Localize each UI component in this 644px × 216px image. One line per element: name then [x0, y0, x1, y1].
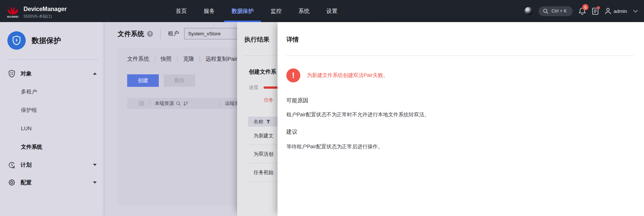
column-local-resource[interactable]: 本端资源: [150, 100, 220, 107]
tab-separator: [177, 56, 178, 62]
app-title: DeviceManager: [24, 6, 67, 13]
nav-system[interactable]: 系统: [298, 0, 310, 22]
sidebar: 数据保护 对象: [0, 22, 105, 216]
tab-remote-replication-pair[interactable]: 远程复制Pair: [205, 56, 237, 63]
device-manager-screen: HUAWEI DeviceManager 5500V6-本端(1) 首页 服务 …: [0, 0, 644, 216]
gear-icon: [8, 179, 15, 186]
sidebar-title: 数据保护: [32, 36, 61, 46]
tab-separator: [155, 56, 155, 62]
cause-title: 可能原因: [286, 97, 634, 104]
shield-grid-icon: [8, 70, 15, 78]
user-icon: [605, 7, 611, 15]
sidebar-section-plan[interactable]: 计划: [0, 156, 105, 174]
notification-badge: 6: [582, 4, 588, 10]
delete-button[interactable]: 删除: [164, 74, 195, 87]
theme-sphere-icon[interactable]: [525, 7, 533, 15]
tab-separator: [200, 56, 200, 62]
sidebar-item-protection-group[interactable]: 保护组: [0, 101, 105, 119]
sidebar-item-filesystem[interactable]: 文件系统: [0, 138, 105, 156]
shield-bolt-icon: [7, 31, 26, 50]
search-shortcut: Ctrl + K: [551, 8, 567, 14]
nav-home[interactable]: 首页: [176, 0, 187, 22]
help-icon[interactable]: ?: [147, 31, 153, 37]
tab-snapshot[interactable]: 快照: [161, 56, 172, 63]
clock-plan-icon: [8, 161, 15, 169]
expand-arrow-icon: [93, 181, 97, 184]
global-search[interactable]: Ctrl + K: [539, 6, 573, 16]
checkbox[interactable]: [139, 101, 144, 106]
nav-monitor[interactable]: 监控: [271, 0, 282, 22]
nav-services[interactable]: 服务: [204, 0, 215, 22]
task-log-button[interactable]: [592, 7, 599, 15]
create-button[interactable]: 创建: [127, 74, 159, 87]
cause-text: 租户Pair配置状态不为正常时不允许进行本地文件系统转双活。: [286, 111, 634, 118]
notifications-button[interactable]: 6: [579, 7, 586, 15]
top-bar: HUAWEI DeviceManager 5500V6-本端(1) 首页 服务 …: [0, 0, 644, 22]
sidebar-section-label: 配置: [21, 179, 88, 186]
collapse-arrow-icon: [93, 72, 97, 75]
drawer-divider: [286, 56, 634, 56]
filter-icon[interactable]: [266, 120, 271, 124]
suggestion-text: 等待租户Pair配置状态为正常后进行操作。: [286, 144, 634, 150]
suggestion-title: 建议: [286, 128, 634, 135]
sidebar-section-label: 计划: [21, 162, 88, 169]
column-label: 本端资源: [155, 100, 174, 107]
tab-filesystem[interactable]: 文件系统: [127, 56, 149, 63]
detail-drawer: 详情 ! 为新建文件系统创建双活Pair失败。 可能原因 租户Pair配置状态不…: [278, 22, 644, 216]
error-exclamation-icon: !: [286, 68, 300, 82]
sidebar-item-lun[interactable]: LUN: [0, 119, 105, 138]
chevron-down-icon[interactable]: [633, 10, 638, 13]
user-name: admin: [613, 8, 627, 14]
nav-data-protection[interactable]: 数据保护: [232, 0, 254, 22]
brand: HUAWEI DeviceManager 5500V6-本端(1): [0, 3, 67, 19]
sidebar-divider: [7, 59, 98, 60]
sidebar-item-multitenant[interactable]: 多租户: [0, 82, 105, 101]
sort-icon[interactable]: [183, 101, 188, 106]
tab-clone[interactable]: 克隆: [183, 56, 194, 63]
user-menu[interactable]: admin: [605, 7, 627, 15]
sidebar-section-objects[interactable]: 对象: [0, 65, 105, 82]
name-column-label: 名称: [254, 118, 263, 125]
page-title: 文件系统: [118, 29, 144, 38]
drawer-title: 详情: [286, 35, 634, 44]
task-alert-dot: [597, 6, 600, 9]
nav-settings[interactable]: 设置: [326, 0, 337, 22]
search-icon: [543, 8, 548, 14]
huawei-logo-icon: HUAWEI: [7, 6, 19, 18]
top-bar-actions: Ctrl + K 6: [525, 0, 638, 22]
error-message: 为新建文件系统创建双活Pair失败。: [307, 72, 388, 79]
tenant-label: 租户: [168, 30, 179, 37]
title-divider: [160, 29, 161, 39]
sidebar-section-label: 对象: [21, 70, 88, 77]
huawei-wordmark: HUAWEI: [7, 15, 19, 18]
expand-arrow-icon: [93, 164, 97, 166]
sidebar-section-config[interactable]: 配置: [0, 174, 105, 191]
top-nav: 首页 服务 数据保护 监控 系统 设置: [176, 0, 337, 22]
tenant-selected-value: System_vStore: [188, 31, 221, 36]
search-icon[interactable]: [176, 101, 181, 106]
device-name: 5500V6-本端(1): [24, 14, 67, 19]
progress-label: 进度: [249, 84, 258, 91]
